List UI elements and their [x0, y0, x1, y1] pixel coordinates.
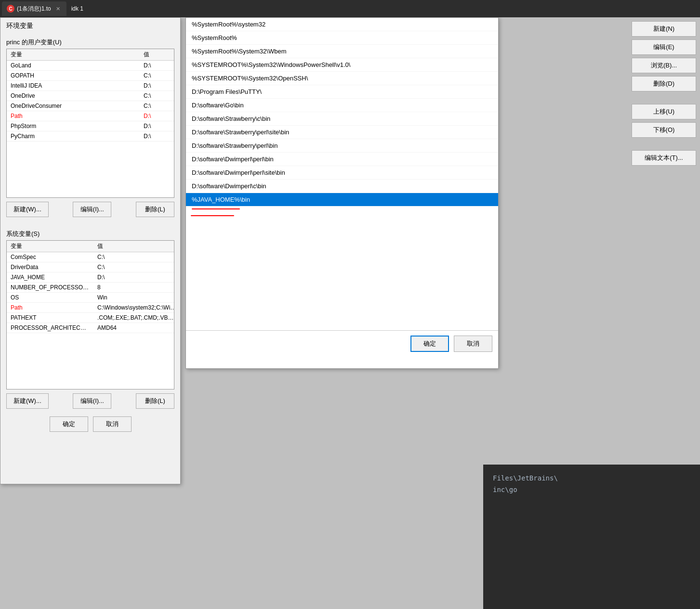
right-edit-button[interactable]: 编辑(E): [632, 39, 696, 55]
sys-row-val: Win: [93, 293, 174, 303]
sys-table-row[interactable]: NUMBER_OF_PROCESSORS8: [7, 283, 174, 293]
sys-table-row[interactable]: OSWin: [7, 293, 174, 303]
sys-section-label: 系统变量(S): [0, 226, 180, 240]
tab-1-close[interactable]: ✕: [55, 5, 62, 12]
right-browse-button[interactable]: 浏览(B)...: [632, 58, 696, 73]
user-row-var: GOPATH: [7, 71, 140, 81]
tab-icon-c: C: [7, 5, 14, 13]
path-cancel-button[interactable]: 取消: [454, 336, 492, 352]
sys-buttons-row: 新建(W)... 编辑(I)... 删除(L): [0, 389, 180, 413]
path-list-item[interactable]: %SystemRoot%: [186, 31, 498, 45]
user-col-var: 变量: [7, 49, 140, 61]
sys-row-var: NUMBER_OF_PROCESSORS: [7, 283, 93, 293]
path-list-item[interactable]: %JAVA_HOME%\bin: [186, 193, 498, 207]
user-row-var: PhpStorm: [7, 121, 140, 131]
path-list-item[interactable]: %SYSTEMROOT%\System32\WindowsPowerShell\…: [186, 58, 498, 72]
sys-table-row[interactable]: DriverDataC:\: [7, 262, 174, 272]
user-row-var: OneDriveConsumer: [7, 101, 140, 111]
user-table-row[interactable]: OneDriveConsumerC:\: [7, 101, 174, 111]
sys-row-var: PATHEXT: [7, 313, 93, 323]
path-list-item[interactable]: %SYSTEMROOT%\System32\OpenSSH\: [186, 72, 498, 85]
env-ok-button[interactable]: 确定: [50, 416, 88, 432]
sys-table-row[interactable]: ComSpecC:\: [7, 252, 174, 262]
user-table-row[interactable]: IntelliJ IDEAD:\: [7, 81, 174, 91]
user-table-row[interactable]: GoLandD:\: [7, 61, 174, 71]
user-edit-button[interactable]: 编辑(I)...: [73, 202, 111, 217]
user-section-label: princ 的用户变量(U): [0, 34, 180, 49]
path-list-container[interactable]: %SystemRoot%\system32%SystemRoot%%System…: [186, 18, 498, 331]
path-dialog-buttons: 确定 取消: [186, 331, 498, 357]
user-row-var: OneDrive: [7, 91, 140, 101]
env-dialog-bottom-buttons: 确定 取消: [0, 413, 180, 436]
sys-table-row[interactable]: PATHEXT.COM;.EXE;.BAT;.CMD;.VBS;.VBE;.JS…: [7, 313, 174, 323]
ide-line1: Files\JetBrains\: [493, 474, 690, 482]
right-edit-text-button[interactable]: 编辑文本(T)...: [632, 150, 696, 166]
user-col-val: 值: [140, 49, 174, 61]
path-list-item[interactable]: D:\software\Strawberry\perl\bin: [186, 139, 498, 153]
right-up-button[interactable]: 上移(U): [632, 104, 696, 119]
sys-table-row[interactable]: PROCESSOR_ARCHITECTU...AMD64: [7, 323, 174, 333]
sys-new-button[interactable]: 新建(W)...: [6, 393, 49, 409]
sys-delete-button[interactable]: 删除(L): [136, 393, 174, 409]
user-table-row[interactable]: PathD:\: [7, 111, 174, 121]
ide-line2: inc\go: [493, 486, 690, 493]
path-list-item[interactable]: %SystemRoot%\System32\Wbem: [186, 45, 498, 58]
path-list-item[interactable]: D:\software\Strawberry\c\bin: [186, 112, 498, 126]
sys-row-var: JAVA_HOME: [7, 272, 93, 283]
sys-row-var: OS: [7, 293, 93, 303]
path-list-item[interactable]: D:\software\Dwimperl\c\bin: [186, 180, 498, 193]
user-variables-table: 变量 值 GoLandD:\GOPATHC:\IntelliJ IDEAD:\O…: [7, 49, 174, 142]
sys-variables-table-container: 变量 值 ComSpecC:\DriverDataC:\JAVA_HOMED:\…: [6, 240, 174, 389]
sys-row-var: Path: [7, 303, 93, 313]
env-variables-dialog: 环境变量 princ 的用户变量(U) 变量 值 GoLandD:\GOPATH…: [0, 17, 181, 484]
path-list-item[interactable]: D:\software\Dwimperl\perl\site\bin: [186, 166, 498, 180]
user-variables-table-container: 变量 值 GoLandD:\GOPATHC:\IntelliJ IDEAD:\O…: [6, 49, 174, 198]
path-list-item[interactable]: D:\Program Files\PuTTY\: [186, 85, 498, 99]
path-list-item[interactable]: %SystemRoot%\system32: [186, 18, 498, 31]
user-row-var: GoLand: [7, 61, 140, 71]
right-delete-button[interactable]: 删除(D): [632, 76, 696, 91]
user-table-row[interactable]: OneDriveC:\: [7, 91, 174, 101]
user-row-val: D:\: [140, 111, 174, 121]
path-red-underline: [192, 208, 240, 209]
right-buttons-panel: 新建(N) 编辑(E) 浏览(B)... 删除(D) 上移(U) 下移(O) 编…: [628, 17, 700, 169]
sys-row-val: C:\: [93, 252, 174, 262]
path-list-item[interactable]: D:\software\Dwimperl\perl\bin: [186, 153, 498, 166]
sys-edit-button[interactable]: 编辑(I)...: [73, 393, 111, 409]
sys-row-val: AMD64: [93, 323, 174, 333]
sys-table-row[interactable]: PathC:\Windows\system32;C:\Windows;C:\Wi…: [7, 303, 174, 313]
user-row-val: D:\: [140, 81, 174, 91]
user-new-button[interactable]: 新建(W)...: [6, 202, 49, 217]
path-list-item[interactable]: D:\software\Go\bin: [186, 99, 498, 112]
user-delete-button[interactable]: 删除(L): [136, 202, 174, 217]
path-ok-button[interactable]: 确定: [410, 336, 449, 352]
sys-row-var: PROCESSOR_ARCHITECTU...: [7, 323, 93, 333]
sys-section: 系统变量(S) 变量 值 ComSpecC:\DriverDataC:\JAVA…: [0, 226, 180, 389]
sys-table-row[interactable]: JAVA_HOMED:\: [7, 272, 174, 283]
user-row-val: C:\: [140, 71, 174, 81]
red-underline-annotation: [191, 215, 234, 216]
sys-row-var: DriverData: [7, 262, 93, 272]
right-new-button[interactable]: 新建(N): [632, 21, 696, 37]
user-table-row[interactable]: GOPATHC:\: [7, 71, 174, 81]
right-down-button[interactable]: 下移(O): [632, 122, 696, 138]
user-table-row[interactable]: PyCharmD:\: [7, 131, 174, 142]
user-row-val: C:\: [140, 101, 174, 111]
env-dialog-title: 环境变量: [0, 18, 180, 34]
env-cancel-button[interactable]: 取消: [93, 416, 132, 432]
tab-1[interactable]: C (1条消息)1.to ✕: [2, 1, 66, 16]
tab-2-label: idk 1: [71, 5, 83, 12]
sys-row-var: ComSpec: [7, 252, 93, 262]
tab-1-label: (1条消息)1.to: [17, 5, 51, 13]
user-buttons-row: 新建(W)... 编辑(I)... 删除(L): [0, 198, 180, 221]
path-list-item[interactable]: D:\software\Strawberry\perl\site\bin: [186, 126, 498, 139]
path-edit-dialog: %SystemRoot%\system32%SystemRoot%%System…: [185, 17, 499, 369]
sys-col-val: 值: [93, 241, 174, 252]
taskbar: C (1条消息)1.to ✕ idk 1: [0, 0, 700, 17]
tab-2[interactable]: idk 1: [66, 1, 88, 16]
user-table-row[interactable]: PhpStormD:\: [7, 121, 174, 131]
sys-variables-table: 变量 值 ComSpecC:\DriverDataC:\JAVA_HOMED:\…: [7, 241, 174, 333]
sys-row-val: C:\Windows\system32;C:\Windows;C:\Window…: [93, 303, 174, 313]
sys-row-val: .COM;.EXE;.BAT;.CMD;.VBS;.VBE;.JS;.JSE;.…: [93, 313, 174, 323]
user-row-var: PyCharm: [7, 131, 140, 142]
